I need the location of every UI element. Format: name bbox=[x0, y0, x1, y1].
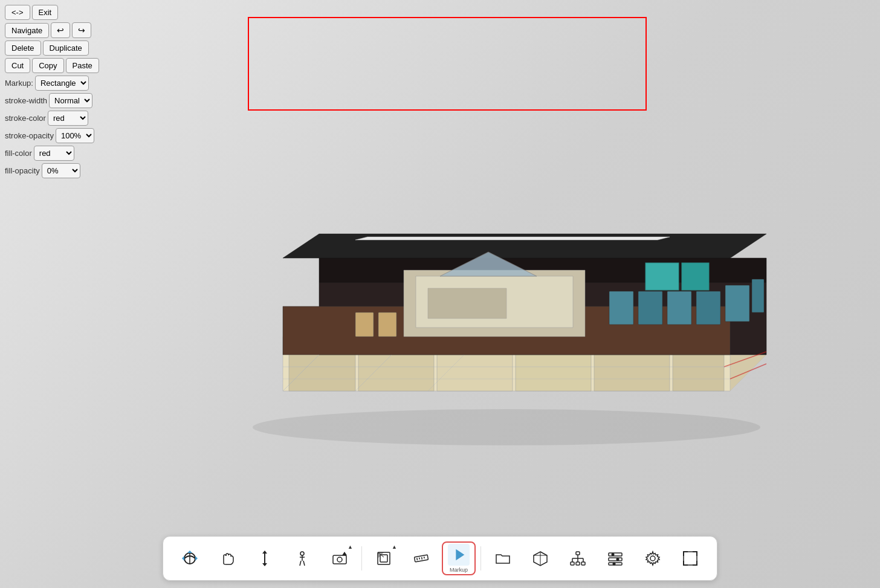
svg-rect-23 bbox=[378, 312, 396, 337]
building-model bbox=[169, 73, 844, 485]
svg-rect-70 bbox=[609, 558, 622, 561]
stroke-width-select[interactable]: Normal Thin Thick bbox=[49, 93, 92, 108]
svg-rect-69 bbox=[609, 553, 622, 556]
viewport bbox=[0, 0, 880, 588]
toolbar-row-8: stroke-opacity 100% 75% 50% 25% 0% bbox=[5, 128, 99, 143]
bottom-toolbar: ▲ ▲ Markup bbox=[163, 536, 717, 581]
settings-button[interactable] bbox=[636, 541, 670, 575]
svg-rect-17 bbox=[696, 291, 720, 325]
svg-point-0 bbox=[253, 409, 760, 445]
toolbar-row-10: fill-opacity 0% 25% 50% 75% 100% bbox=[5, 163, 99, 178]
svg-point-43 bbox=[300, 552, 304, 555]
toolbar-row-5: Markup: Rectangle Circle Line Arrow Text bbox=[5, 76, 99, 91]
paste-button[interactable]: Paste bbox=[66, 58, 99, 73]
toolbar-row-2: Navigate ↩ ↪ bbox=[5, 22, 99, 38]
svg-point-46 bbox=[337, 557, 342, 562]
camera-button[interactable]: ▲ bbox=[323, 541, 357, 575]
svg-line-55 bbox=[424, 557, 425, 558]
svg-rect-51 bbox=[414, 555, 428, 562]
svg-marker-42 bbox=[262, 563, 267, 566]
stroke-color-select[interactable]: red blue green black yellow bbox=[48, 111, 88, 126]
toolbar-row-1: <-> Exit bbox=[5, 5, 99, 20]
svg-point-74 bbox=[613, 563, 616, 566]
svg-rect-19 bbox=[752, 279, 764, 312]
navigate-button[interactable]: Navigate bbox=[5, 23, 49, 38]
svg-point-75 bbox=[650, 556, 655, 561]
svg-rect-76 bbox=[684, 552, 697, 565]
svg-rect-18 bbox=[725, 285, 749, 321]
cut-button[interactable]: Cut bbox=[5, 58, 30, 73]
svg-marker-56 bbox=[456, 549, 464, 561]
move-button[interactable] bbox=[248, 541, 282, 575]
markup-type-select[interactable]: Rectangle Circle Line Arrow Text bbox=[35, 76, 89, 91]
svg-rect-22 bbox=[355, 312, 374, 337]
svg-rect-20 bbox=[645, 263, 679, 290]
pan-button[interactable] bbox=[210, 541, 244, 575]
redo-button[interactable]: ↪ bbox=[72, 22, 91, 38]
delete-button[interactable]: Delete bbox=[5, 40, 41, 56]
markup-type-label: Markup: bbox=[5, 79, 33, 88]
copy-button[interactable]: Copy bbox=[32, 58, 63, 73]
svg-rect-44 bbox=[333, 555, 346, 564]
svg-rect-62 bbox=[576, 562, 580, 565]
svg-marker-36 bbox=[182, 556, 184, 561]
expand-button[interactable]: <-> bbox=[5, 5, 30, 20]
fill-opacity-label: fill-opacity bbox=[5, 166, 40, 175]
fill-color-label: fill-color bbox=[5, 149, 32, 158]
box-button[interactable] bbox=[523, 541, 557, 575]
markup-button-label: Markup bbox=[450, 567, 468, 573]
folder-button[interactable] bbox=[486, 541, 520, 575]
svg-marker-37 bbox=[195, 556, 198, 561]
svg-rect-21 bbox=[682, 263, 709, 290]
svg-rect-60 bbox=[576, 552, 580, 555]
toolbar-row-4: Cut Copy Paste bbox=[5, 58, 99, 73]
model-sup-arrow: ▲ bbox=[392, 544, 397, 550]
duplicate-button[interactable]: Duplicate bbox=[43, 40, 89, 56]
measure-button[interactable] bbox=[404, 541, 438, 575]
expand-fullscreen-button[interactable] bbox=[673, 541, 707, 575]
sliders-button[interactable] bbox=[598, 541, 632, 575]
fill-opacity-select[interactable]: 0% 25% 50% 75% 100% bbox=[42, 163, 80, 178]
svg-rect-14 bbox=[609, 291, 633, 325]
svg-marker-26 bbox=[428, 288, 506, 318]
markup-button-inner bbox=[448, 544, 470, 566]
person-button[interactable] bbox=[285, 541, 319, 575]
svg-rect-63 bbox=[581, 562, 585, 565]
stroke-opacity-select[interactable]: 100% 75% 50% 25% 0% bbox=[56, 128, 94, 143]
model-button[interactable]: ▲ bbox=[367, 541, 401, 575]
separator-1 bbox=[361, 546, 362, 570]
svg-line-53 bbox=[419, 558, 420, 560]
svg-marker-41 bbox=[262, 551, 267, 554]
stroke-width-label: stroke-width bbox=[5, 96, 47, 105]
markup-button[interactable]: Markup bbox=[442, 541, 476, 575]
svg-marker-45 bbox=[342, 552, 347, 555]
camera-sup-arrow: ▲ bbox=[348, 544, 353, 550]
toolbar-row-7: stroke-color red blue green black yellow bbox=[5, 111, 99, 126]
svg-point-72 bbox=[612, 553, 615, 556]
separator-2 bbox=[480, 546, 481, 570]
hierarchy-button[interactable] bbox=[561, 541, 595, 575]
fill-color-select[interactable]: red blue green black yellow bbox=[34, 146, 74, 161]
svg-point-73 bbox=[616, 558, 620, 561]
stroke-color-label: stroke-color bbox=[5, 114, 46, 123]
left-toolbar: <-> Exit Navigate ↩ ↪ Delete Duplicate C… bbox=[5, 5, 99, 178]
svg-marker-13 bbox=[355, 237, 670, 240]
svg-rect-16 bbox=[667, 291, 691, 325]
svg-marker-39 bbox=[187, 551, 192, 553]
toolbar-row-6: stroke-width Normal Thin Thick bbox=[5, 93, 99, 108]
svg-rect-48 bbox=[380, 555, 387, 562]
toolbar-row-9: fill-color red blue green black yellow bbox=[5, 146, 99, 161]
undo-button[interactable]: ↩ bbox=[51, 22, 70, 38]
orbit-button[interactable] bbox=[173, 541, 207, 575]
svg-line-52 bbox=[417, 558, 418, 560]
exit-button[interactable]: Exit bbox=[32, 5, 59, 20]
svg-line-54 bbox=[422, 557, 422, 560]
svg-rect-15 bbox=[638, 291, 662, 325]
stroke-opacity-label: stroke-opacity bbox=[5, 131, 54, 140]
toolbar-row-3: Delete Duplicate bbox=[5, 40, 99, 56]
svg-rect-61 bbox=[571, 562, 574, 565]
